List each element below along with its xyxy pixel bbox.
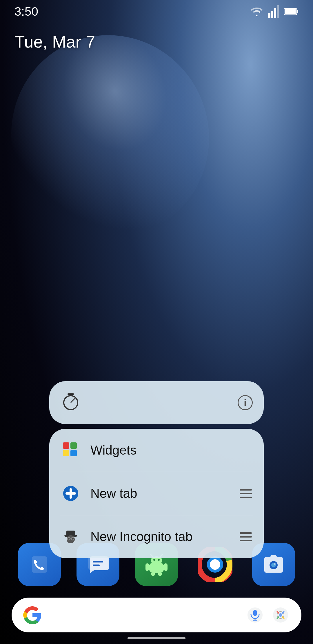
new-tab-label: New tab xyxy=(90,486,239,501)
battery-icon xyxy=(284,8,299,16)
incognito-drag-handle xyxy=(239,532,253,541)
signal-icon xyxy=(268,5,279,18)
new-incognito-tab-menu-item[interactable]: New Incognito tab xyxy=(49,515,264,558)
home-indicator[interactable] xyxy=(128,637,185,639)
status-bar: 3:50 xyxy=(0,0,313,23)
svg-rect-6 xyxy=(285,9,296,14)
svg-rect-9 xyxy=(63,450,69,456)
svg-rect-7 xyxy=(63,442,69,449)
new-incognito-tab-label: New Incognito tab xyxy=(90,529,239,544)
widgets-menu-item[interactable]: Widgets xyxy=(49,429,264,472)
drag-handle xyxy=(239,489,253,498)
svg-rect-10 xyxy=(70,450,77,456)
svg-rect-31 xyxy=(145,563,149,571)
new-tab-menu-item[interactable]: New tab xyxy=(49,472,264,515)
svg-rect-42 xyxy=(253,610,257,616)
svg-rect-2 xyxy=(274,8,276,18)
svg-rect-3 xyxy=(277,5,279,18)
svg-rect-13 xyxy=(65,492,76,495)
svg-point-19 xyxy=(68,538,70,540)
context-menu: i Widgets Ne xyxy=(49,381,264,563)
status-time: 3:50 xyxy=(14,5,38,19)
svg-rect-32 xyxy=(164,563,168,571)
search-bar[interactable] xyxy=(12,598,301,632)
svg-rect-5 xyxy=(297,10,298,13)
svg-rect-24 xyxy=(93,565,100,566)
svg-point-47 xyxy=(279,613,282,617)
plus-icon xyxy=(60,483,81,504)
voice-search-button[interactable] xyxy=(245,605,265,625)
widgets-icon xyxy=(60,440,81,461)
svg-rect-33 xyxy=(151,571,155,576)
incognito-icon xyxy=(60,526,81,547)
svg-point-20 xyxy=(72,538,74,540)
svg-rect-34 xyxy=(158,571,162,576)
google-logo xyxy=(22,605,43,625)
svg-point-40 xyxy=(274,563,276,565)
info-icon[interactable]: i xyxy=(238,395,253,410)
widgets-label: Widgets xyxy=(90,443,253,457)
date-display: Tue, Mar 7 xyxy=(14,32,95,51)
svg-rect-1 xyxy=(271,11,273,18)
google-lens-button[interactable] xyxy=(270,605,291,625)
nav-bar xyxy=(0,632,313,644)
shortcut-app-item[interactable]: i xyxy=(49,381,264,424)
status-icons xyxy=(250,5,299,18)
svg-rect-0 xyxy=(268,13,270,18)
svg-rect-8 xyxy=(70,442,77,449)
wifi-icon xyxy=(250,6,263,17)
menu-group-widgets-tabs: Widgets New tab xyxy=(49,429,264,558)
hourglass-icon xyxy=(60,392,81,413)
